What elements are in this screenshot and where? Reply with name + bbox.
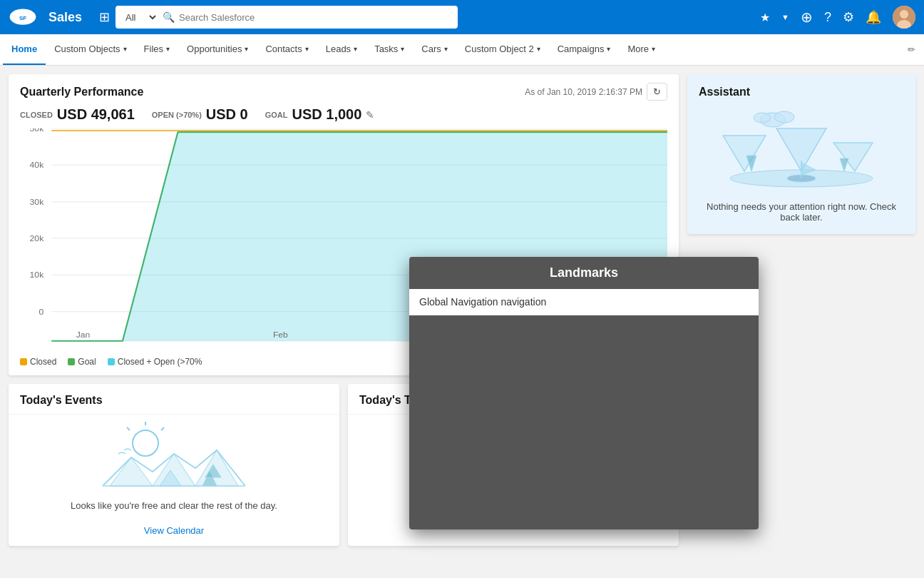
svg-text:50k: 50k	[30, 128, 44, 133]
landmarks-title: Landmarks	[409, 257, 759, 289]
events-svg	[103, 422, 245, 493]
svg-text:30k: 30k	[30, 197, 44, 206]
legend-dot-closed-open	[108, 358, 115, 365]
files-chevron: ▾	[166, 45, 170, 53]
cars-chevron: ▾	[444, 45, 448, 53]
events-header: Today's Events	[9, 384, 339, 415]
settings-icon[interactable]: ⚙	[843, 9, 854, 25]
nav-item-home[interactable]: Home	[3, 34, 46, 65]
avatar[interactable]	[893, 6, 915, 29]
svg-marker-41	[723, 136, 766, 171]
add-icon[interactable]: ⊕	[801, 9, 813, 26]
app-name: Sales	[48, 10, 82, 25]
svg-marker-43	[833, 143, 873, 171]
view-calendar-link[interactable]: View Calendar	[144, 525, 204, 536]
perf-header: Quarterly Performance As of Jan 10, 2019…	[9, 74, 679, 106]
svg-point-48	[754, 113, 771, 123]
events-message: Looks like you're free and clear the res…	[9, 500, 339, 519]
todays-events-card: Today's Events	[9, 384, 339, 546]
search-input[interactable]	[179, 12, 451, 23]
svg-line-27	[127, 427, 130, 430]
notifications-icon[interactable]: 🔔	[866, 9, 881, 25]
legend-goal: Goal	[68, 357, 96, 367]
nav-item-leads[interactable]: Leads ▾	[317, 34, 366, 65]
landmarks-item-global-nav[interactable]: Global Navigation navigation	[409, 289, 759, 315]
perf-stats: CLOSED USD 49,061 OPEN (>70%) USD 0 GOAL…	[9, 106, 679, 128]
assistant-svg	[716, 107, 887, 193]
events-illustration	[9, 415, 339, 500]
legend-closed: Closed	[20, 357, 56, 367]
nav-item-cars[interactable]: Cars ▾	[413, 34, 456, 65]
svg-text:10k: 10k	[30, 270, 44, 279]
grid-icon[interactable]: ⊞	[99, 9, 110, 25]
favorites-icon[interactable]: ★	[760, 11, 770, 24]
nav-edit-button[interactable]: ✏	[902, 34, 921, 65]
assistant-illustration	[699, 107, 904, 193]
favorites-dropdown-icon[interactable]: ▼	[781, 13, 789, 21]
nav-item-files[interactable]: Files ▾	[135, 34, 178, 65]
assistant-card: Assistant	[687, 74, 915, 234]
landmarks-modal: Landmarks Global Navigation navigation	[409, 257, 759, 529]
tasks-chevron: ▾	[401, 45, 404, 53]
svg-text:40k: 40k	[30, 161, 44, 169]
nav-item-contacts[interactable]: Contacts ▾	[257, 34, 317, 65]
refresh-button[interactable]: ↻	[647, 83, 667, 101]
nav-bar: Home Custom Objects ▾ Files ▾ Opportunit…	[0, 34, 924, 66]
svg-line-26	[161, 427, 164, 430]
custom-object-2-chevron: ▾	[537, 45, 540, 53]
nav-item-custom-object-2[interactable]: Custom Object 2 ▾	[456, 34, 549, 65]
svg-text:Jan: Jan	[76, 330, 91, 338]
contacts-chevron: ▾	[305, 45, 309, 53]
nav-item-campaigns[interactable]: Campaigns ▾	[549, 34, 620, 65]
svg-text:SF: SF	[19, 15, 26, 21]
legend-dot-goal	[68, 358, 75, 365]
search-scope-select[interactable]: All	[123, 11, 158, 24]
search-icon: 🔍	[163, 11, 175, 23]
svg-point-24	[133, 430, 158, 456]
legend-dot-closed	[20, 358, 27, 365]
campaigns-chevron: ▾	[607, 45, 610, 53]
svg-text:Feb: Feb	[273, 330, 288, 338]
assistant-message: Nothing needs your attention right now. …	[699, 201, 904, 223]
nav-item-tasks[interactable]: Tasks ▾	[366, 34, 413, 65]
leads-chevron: ▾	[354, 45, 357, 53]
opportunities-chevron: ▾	[245, 45, 248, 53]
more-chevron: ▾	[652, 45, 655, 53]
svg-point-47	[774, 111, 794, 123]
open-stat: OPEN (>70%) USD 0	[152, 106, 248, 123]
custom-objects-chevron: ▾	[123, 45, 127, 53]
top-bar-icons: ★ ▼ ⊕ ? ⚙ 🔔	[760, 6, 915, 29]
search-container: All 🔍	[115, 6, 458, 29]
salesforce-logo[interactable]: SF	[9, 7, 37, 27]
closed-stat: CLOSED USD 49,061	[20, 106, 135, 123]
svg-point-3	[900, 10, 908, 19]
perf-date: As of Jan 10, 2019 2:16:37 PM ↻	[525, 83, 667, 101]
nav-item-more[interactable]: More ▾	[619, 34, 664, 65]
assistant-title: Assistant	[699, 86, 904, 98]
svg-text:0: 0	[38, 307, 43, 315]
nav-item-opportunities[interactable]: Opportunities ▾	[178, 34, 257, 65]
legend-closed-open: Closed + Open (>70%	[108, 357, 202, 367]
top-bar: SF Sales ⊞ All 🔍 ★ ▼ ⊕ ? ⚙ 🔔	[0, 0, 924, 34]
svg-text:20k: 20k	[30, 234, 44, 243]
goal-stat: GOAL USD 1,000 ✎	[265, 106, 375, 123]
landmarks-body	[409, 315, 759, 529]
svg-marker-45	[840, 158, 848, 171]
events-link[interactable]: View Calendar	[9, 519, 339, 546]
perf-title: Quarterly Performance	[20, 86, 143, 98]
nav-item-custom-objects[interactable]: Custom Objects ▾	[46, 34, 135, 65]
help-icon[interactable]: ?	[824, 10, 831, 25]
goal-edit-icon[interactable]: ✎	[366, 109, 374, 121]
